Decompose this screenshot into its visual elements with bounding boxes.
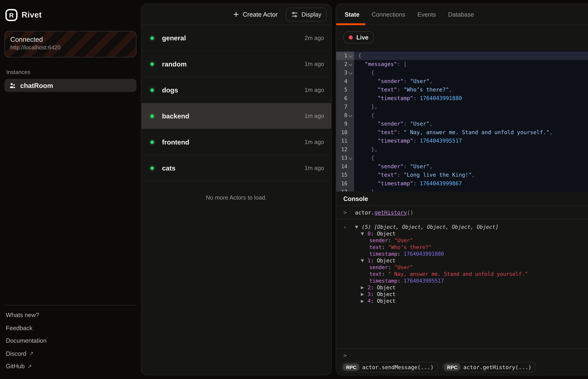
- rpc-shortcut-button[interactable]: RPCactor.getHistory(...): [443, 362, 536, 372]
- line-number: 10: [341, 128, 347, 137]
- actor-row[interactable]: cats1m ago: [141, 155, 331, 181]
- code-text: {: [354, 111, 588, 120]
- editor-gutter-cell: 10: [336, 128, 354, 137]
- status-dot-icon: [150, 166, 154, 170]
- collapse-triangle-icon[interactable]: ▼: [361, 231, 367, 237]
- create-actor-button[interactable]: Create Actor: [229, 8, 281, 21]
- editor-line[interactable]: 8 {: [336, 111, 588, 120]
- sidebar-link-github[interactable]: GitHub ↗: [4, 360, 136, 373]
- console-object-row[interactable]: ▶3: Object: [361, 291, 588, 298]
- sidebar-link-feedback[interactable]: Feedback: [4, 322, 136, 334]
- editor-line[interactable]: 16 "timestamp": 1764043999867: [336, 179, 588, 188]
- tab-events[interactable]: Events: [417, 11, 436, 18]
- collapse-triangle-icon[interactable]: ▼: [355, 224, 362, 231]
- fold-chevron-icon[interactable]: [348, 62, 353, 66]
- fold-spacer: [348, 164, 353, 169]
- expand-triangle-icon[interactable]: ▶: [361, 284, 367, 291]
- plus-icon: [233, 11, 239, 17]
- divider: [4, 305, 136, 305]
- editor-line[interactable]: 9 "sender": "User",: [336, 120, 588, 128]
- actor-row[interactable]: general2m ago: [141, 25, 331, 51]
- fold-spacer: [348, 79, 353, 84]
- editor-line[interactable]: 5 "text": "Who’s there?",: [336, 86, 588, 94]
- console-result-row[interactable]: ‹ ▼ (5) [Object, Object, Object, Object,…: [343, 224, 588, 231]
- brand[interactable]: R Rivet: [4, 9, 136, 21]
- property-value: 1764043995517: [404, 278, 444, 284]
- fold-spacer: [348, 96, 353, 101]
- editor-line[interactable]: 4 "sender": "User",: [336, 77, 588, 86]
- sidebar-item-chatroom[interactable]: chatRoom: [4, 79, 136, 92]
- console-property-row[interactable]: text: " Nay, answer me. Stand and unfold…: [369, 271, 588, 278]
- console-header: Console: [336, 191, 588, 206]
- editor-line[interactable]: 11 "timestamp": 1764043995517: [336, 137, 588, 145]
- active-tab-indicator: [336, 23, 365, 25]
- editor-gutter-cell: 1: [336, 52, 354, 60]
- object-index: 4: [368, 298, 371, 304]
- expand-triangle-icon[interactable]: ▶: [361, 291, 367, 298]
- editor-line[interactable]: 15 "text": "Long live the King!",: [336, 171, 588, 179]
- code-text: "text": " Nay, answer me. Stand and unfo…: [354, 128, 588, 137]
- actor-row[interactable]: random1m ago: [141, 51, 331, 77]
- editor-line[interactable]: 17 }: [336, 188, 588, 192]
- editor-line[interactable]: 7 },: [336, 103, 588, 111]
- sidebar-link-documentation[interactable]: Documentation: [4, 334, 136, 347]
- expand-triangle-icon[interactable]: ▶: [361, 298, 367, 304]
- sidebar-link-discord[interactable]: Discord ↗: [4, 347, 136, 360]
- actors-panel: Create Actor Display general2m agorandom…: [141, 4, 332, 376]
- live-toggle-badge[interactable]: Live: [343, 32, 374, 44]
- object-type: Object: [377, 231, 396, 237]
- console-property-row[interactable]: sender: "User": [369, 237, 588, 244]
- editor-line[interactable]: 1{: [336, 52, 588, 60]
- fold-spacer: [348, 88, 353, 92]
- tab-connections[interactable]: Connections: [372, 11, 405, 18]
- display-options-button[interactable]: Display: [286, 7, 327, 21]
- editor-line[interactable]: 6 "timestamp": 1764043991880: [336, 94, 588, 103]
- rpc-shortcut-button[interactable]: RPCactor.sendMessage(...): [342, 362, 438, 372]
- collapse-triangle-icon[interactable]: ▼: [361, 257, 367, 264]
- fold-spacer: [348, 122, 353, 126]
- console-property-row[interactable]: sender: "User": [369, 264, 588, 271]
- code-text: {: [354, 154, 588, 162]
- state-editor[interactable]: 1{2 "messages": [3 {4 "sender": "User",5…: [336, 50, 588, 191]
- fold-spacer: [348, 147, 353, 152]
- actor-row[interactable]: backend1m ago: [141, 103, 331, 129]
- tab-database[interactable]: Database: [448, 11, 474, 18]
- sidebar-link-whats-new[interactable]: Whats new?: [4, 309, 136, 322]
- editor-gutter-cell: 12: [336, 145, 354, 154]
- fold-chevron-icon[interactable]: [348, 113, 353, 118]
- actor-row[interactable]: dogs1m ago: [141, 77, 331, 103]
- line-number: 5: [344, 86, 347, 94]
- sidebar: R Rivet Connected http://localhost:6420 …: [0, 0, 141, 379]
- console-property-row[interactable]: text: "Who’s there?": [369, 244, 588, 251]
- fold-chevron-icon[interactable]: [348, 71, 353, 75]
- actor-row[interactable]: frontend1m ago: [141, 129, 331, 155]
- fold-chevron-icon[interactable]: [348, 156, 353, 160]
- console-object-row[interactable]: ▶4: Object: [361, 298, 588, 304]
- console-object-row[interactable]: ▼0: Object: [361, 231, 588, 237]
- instances-section-label: Instances: [4, 69, 136, 75]
- console-object-row[interactable]: ▼1: Object: [361, 257, 588, 264]
- property-key: sender: [369, 237, 388, 244]
- editor-line[interactable]: 10 "text": " Nay, answer me. Stand and u…: [336, 128, 588, 137]
- console-object-row[interactable]: ▶2: Object: [361, 284, 588, 291]
- editor-line[interactable]: 13 {: [336, 154, 588, 162]
- rpc-badge: RPC: [444, 363, 461, 371]
- line-number: 1: [344, 52, 347, 60]
- editor-line[interactable]: 12 },: [336, 145, 588, 154]
- editor-gutter-cell: 11: [336, 137, 354, 145]
- console-tree: ▼0: Objectsender: "User"text: "Who’s the…: [343, 231, 588, 305]
- property-value: "Who’s there?": [388, 244, 431, 251]
- line-number: 15: [341, 171, 347, 179]
- console-input-row[interactable]: >: [336, 348, 588, 362]
- fold-chevron-icon[interactable]: [348, 54, 353, 58]
- editor-line[interactable]: 3 {: [336, 69, 588, 77]
- property-value: "User": [394, 237, 413, 244]
- editor-line[interactable]: 2 "messages": [: [336, 60, 588, 68]
- editor-line[interactable]: 14 "sender": "User",: [336, 162, 588, 171]
- connection-status: Connected: [10, 35, 131, 43]
- connection-status-card[interactable]: Connected http://localhost:6420: [4, 31, 136, 57]
- console-property-row[interactable]: timestamp: 1764043991880: [369, 251, 588, 257]
- line-number: 13: [341, 154, 347, 162]
- console-property-row[interactable]: timestamp: 1764043995517: [369, 278, 588, 284]
- tab-state[interactable]: State: [345, 11, 360, 18]
